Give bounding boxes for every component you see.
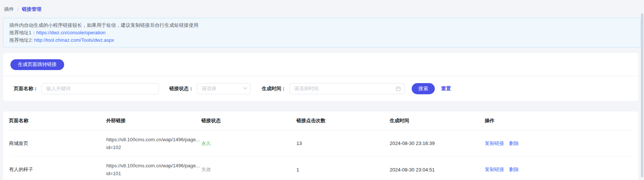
- link-status-placeholder: 请选择: [202, 85, 216, 92]
- created-time-placeholder: 请选择时间: [294, 85, 318, 92]
- link-line-1: https://v8.100cms.com.cn/wap/1496/page..…: [106, 136, 190, 143]
- cell-external-link: https://v8.100cms.com.cn/wap/1496/page..…: [106, 162, 201, 177]
- chevron-down-icon: [244, 86, 247, 89]
- link-status-label: 链接状态：: [169, 85, 194, 92]
- calendar-icon: [396, 86, 401, 91]
- delete-action[interactable]: 删除: [509, 166, 519, 173]
- cell-click-count: 1: [296, 167, 390, 173]
- links-table-card: 页面名称 外部链接 链接状态 链接点击次数 生成时间 操作 商城首页 https…: [3, 111, 638, 180]
- vertical-scrollbar[interactable]: [641, 13, 643, 177]
- col-header-created-time: 生成时间: [390, 117, 485, 124]
- col-header-actions: 操作: [485, 117, 632, 124]
- info-alert: 插件内自动生成的小程序链接较长，如果用于短信，建议复制链接后自行生成短链接使用 …: [3, 18, 641, 47]
- filter-bar: 页面名称： 链接状态： 请选择 生成时间： 请选择时间 搜索 重置: [3, 76, 638, 101]
- alert-line-2: 推荐地址1：https://dwz.cn/console/operation: [9, 29, 634, 37]
- copy-link-action[interactable]: 复制链接: [485, 166, 504, 173]
- page-name-input[interactable]: [41, 83, 159, 94]
- table-row: 商城首页 https://v8.100cms.com.cn/wap/1496/p…: [9, 130, 632, 157]
- rec2-link[interactable]: http://tool.chinaz.com/Tools/dwz.aspx: [34, 37, 114, 43]
- alert-line-3: 推荐地址2: http://tool.chinaz.com/Tools/dwz.…: [9, 37, 634, 44]
- link-line-2: id=101: [106, 170, 190, 177]
- cell-page-name: 有人的样子: [9, 166, 106, 173]
- cell-actions: 复制链接 删除: [485, 166, 632, 173]
- table-header-row: 页面名称 外部链接 链接状态 链接点击次数 生成时间 操作: [9, 111, 632, 130]
- col-header-external-link: 外部链接: [106, 117, 201, 124]
- cell-actions: 复制链接 删除: [485, 140, 632, 147]
- copy-link-action[interactable]: 复制链接: [485, 140, 504, 147]
- cell-created-time: 2024-08-30 23:16:39: [390, 140, 485, 146]
- reset-button[interactable]: 重置: [441, 85, 451, 92]
- filters-card: 生成页面跳转链接 页面名称： 链接状态： 请选择 生成时间： 请选择时间 搜索 …: [3, 53, 638, 101]
- link-line-2: id=102: [106, 143, 190, 151]
- link-status-select[interactable]: 请选择: [197, 83, 251, 94]
- cell-link-status: 失效: [201, 166, 296, 173]
- link-line-1: https://v8.100cms.com.cn/wap/1496/page..…: [106, 162, 190, 170]
- cell-click-count: 13: [296, 140, 390, 146]
- cell-link-status: 永久: [201, 140, 296, 147]
- breadcrumb-plugins[interactable]: 插件: [4, 6, 14, 13]
- breadcrumb-link-management: 链接管理: [22, 6, 41, 13]
- col-header-page-name: 页面名称: [9, 117, 106, 124]
- toolbar: 生成页面跳转链接: [3, 53, 638, 76]
- cell-created-time: 2024-08-30 23:04:51: [390, 167, 485, 173]
- rec1-label: 推荐地址1：: [9, 30, 36, 35]
- page-name-label: 页面名称：: [14, 85, 38, 92]
- created-time-label: 生成时间：: [262, 85, 286, 92]
- created-time-picker[interactable]: 请选择时间: [289, 83, 405, 94]
- search-button[interactable]: 搜索: [412, 83, 435, 94]
- table-row: 有人的样子 https://v8.100cms.com.cn/wap/1496/…: [9, 157, 632, 180]
- breadcrumb-separator: /: [17, 7, 19, 12]
- col-header-link-status: 链接状态: [201, 117, 296, 124]
- breadcrumb: 插件 / 链接管理: [0, 0, 644, 13]
- rec2-label: 推荐地址2:: [9, 37, 33, 43]
- generate-link-button[interactable]: 生成页面跳转链接: [10, 59, 64, 70]
- cell-external-link: https://v8.100cms.com.cn/wap/1496/page..…: [106, 136, 201, 151]
- delete-action[interactable]: 删除: [509, 140, 519, 147]
- cell-page-name: 商城首页: [9, 140, 106, 147]
- rec1-link[interactable]: https://dwz.cn/console/operation: [36, 30, 106, 35]
- col-header-click-count: 链接点击次数: [296, 117, 390, 124]
- alert-line-1: 插件内自动生成的小程序链接较长，如果用于短信，建议复制链接后自行生成短链接使用: [9, 22, 634, 29]
